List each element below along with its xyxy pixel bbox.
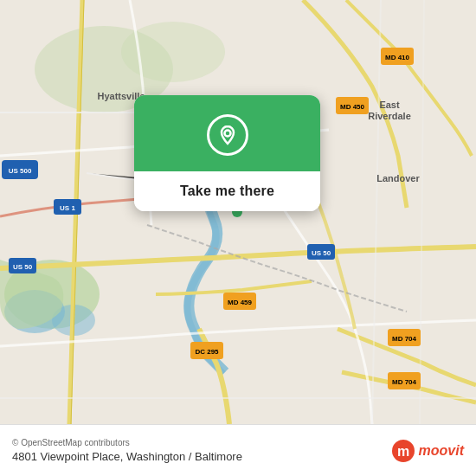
take-me-there-button[interactable]: Take me there (180, 183, 274, 199)
svg-text:US 50: US 50 (13, 263, 33, 271)
bottom-bar: © OpenStreetMap contributors 4801 Viewpo… (0, 424, 476, 476)
map-view: US 500 US 1 US 50 US 50 MD 450 MD 410 MD… (0, 0, 476, 424)
svg-text:East: East (379, 100, 400, 110)
attribution-text: © OpenStreetMap contributors (12, 438, 242, 447)
location-popup: Take me there (134, 95, 320, 211)
svg-text:Riverdale: Riverdale (368, 111, 411, 121)
svg-text:US 1: US 1 (60, 204, 75, 212)
svg-text:MD 704: MD 704 (392, 335, 417, 343)
svg-text:m: m (396, 444, 408, 459)
svg-point-38 (224, 131, 230, 137)
moovit-icon: m (391, 439, 415, 463)
popup-header (134, 95, 320, 171)
bottom-left-info: © OpenStreetMap contributors 4801 Viewpo… (12, 438, 242, 463)
svg-text:DC 295: DC 295 (195, 348, 219, 356)
svg-text:MD 410: MD 410 (385, 54, 410, 61)
svg-text:MD 459: MD 459 (228, 299, 253, 306)
svg-text:MD 704: MD 704 (392, 378, 417, 386)
location-pin-icon (207, 114, 248, 156)
popup-button-area[interactable]: Take me there (134, 171, 320, 211)
svg-point-6 (121, 22, 225, 82)
svg-text:US 500: US 500 (9, 167, 32, 175)
svg-text:Landover: Landover (376, 173, 420, 183)
map-background: US 500 US 1 US 50 US 50 MD 450 MD 410 MD… (0, 0, 476, 424)
svg-text:MD 450: MD 450 (340, 103, 365, 111)
address-label: 4801 Viewpoint Place, Washington / Balti… (12, 450, 242, 463)
svg-text:US 50: US 50 (312, 249, 331, 257)
moovit-logo: m moovit (391, 439, 464, 463)
moovit-brand-label: moovit (419, 443, 464, 459)
